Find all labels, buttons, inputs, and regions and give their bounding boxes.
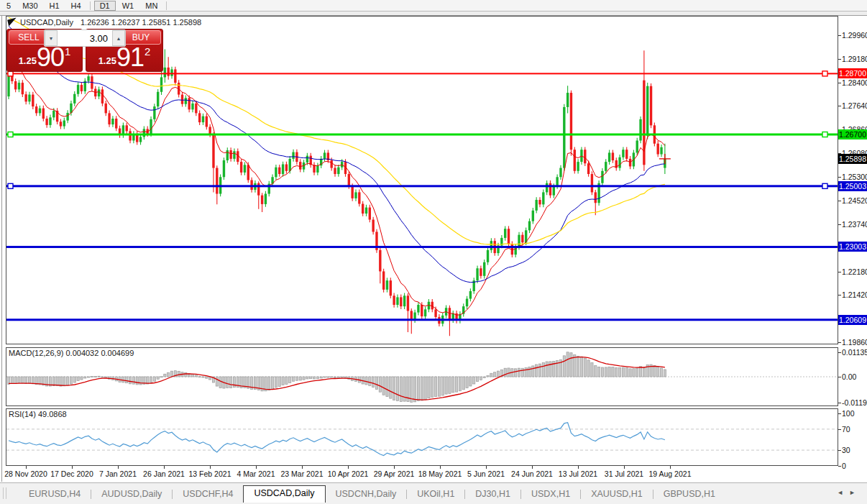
buy-price: 1.25 91 2 <box>86 45 162 69</box>
candle-up <box>556 177 558 186</box>
hline-1.25003[interactable] <box>6 185 838 187</box>
price-badge: 1.25898 <box>838 154 867 164</box>
candle-down <box>574 150 576 171</box>
macd-bar <box>337 377 339 378</box>
date-axis[interactable]: 28 Nov 202017 Dec 20207 Jan 202126 Jan 2… <box>6 466 838 482</box>
date-tick <box>624 466 625 469</box>
macd-bar <box>94 377 96 377</box>
macd-bar <box>14 377 17 383</box>
macd-bar <box>653 365 656 377</box>
volume-input[interactable] <box>58 30 112 46</box>
hline-1.20609[interactable] <box>6 319 838 321</box>
macd-bar <box>320 377 322 378</box>
macd-bar <box>532 366 534 377</box>
hline-handle[interactable] <box>822 132 827 137</box>
timeframe-button-h1[interactable]: H1 <box>45 1 65 11</box>
hline-1.267[interactable] <box>6 134 838 136</box>
candle-down <box>629 159 631 167</box>
chart-tab-usdcad[interactable]: USDCAD,Daily <box>243 485 325 503</box>
candle-up <box>417 305 419 313</box>
rsi-pane[interactable] <box>6 408 838 466</box>
chart-tab-dj30[interactable]: DJ30,H1 <box>465 486 520 503</box>
candle-up <box>63 121 65 127</box>
candle-down <box>595 192 597 203</box>
candle-down <box>521 235 523 243</box>
sell-price-big: 90 <box>37 46 64 69</box>
macd-bar <box>466 377 468 388</box>
macd-bar <box>417 377 419 401</box>
candle-up <box>660 147 662 155</box>
macd-bar <box>473 377 475 384</box>
macd-scale-tick <box>838 377 841 377</box>
chart-tab-usdchf[interactable]: USDCHF,H4 <box>173 486 243 503</box>
date-tick <box>440 466 441 469</box>
macd-bar <box>150 377 152 383</box>
chart-tab-usdx[interactable]: USDX,H1 <box>521 486 580 503</box>
macd-bar <box>331 377 333 377</box>
timeframe-button-w1[interactable]: W1 <box>117 1 139 11</box>
candle-down <box>129 131 131 140</box>
candle-down <box>549 183 551 196</box>
macd-label: MACD(12,26,9) 0.004032 0.004699 <box>9 349 134 357</box>
timeframe-button-5[interactable]: 5 <box>1 1 16 11</box>
chart-tab-eurusd[interactable]: EURUSD,H4 <box>19 486 91 503</box>
buy-button[interactable]: BUY <box>121 30 161 45</box>
tab-prev-icon[interactable]: ◄ <box>837 489 849 496</box>
hline-handle[interactable] <box>822 71 827 76</box>
candle-up <box>191 104 193 109</box>
date-tick <box>256 466 257 469</box>
candle-up <box>28 95 30 102</box>
rsi-scale-label: 70 <box>842 425 850 434</box>
candle-up <box>601 171 603 183</box>
timeframe-button-mn[interactable]: MN <box>140 1 162 11</box>
price-badge: 1.25003 <box>838 181 867 191</box>
macd-bar <box>629 369 631 377</box>
timeframe-button-m30[interactable]: M30 <box>17 1 42 11</box>
candle-up <box>476 268 478 280</box>
volume-decrease-button[interactable]: ▼ <box>45 30 58 46</box>
chart-tab-usdcnh[interactable]: USDCNH,Daily <box>326 486 407 503</box>
macd-bar <box>577 356 579 377</box>
macd-bar <box>191 375 193 377</box>
hline-handle[interactable] <box>8 183 13 188</box>
volume-increase-button[interactable]: ▲ <box>112 30 125 46</box>
candle-up <box>546 183 548 193</box>
macd-bar <box>77 377 79 381</box>
macd-scale-label: 0.01135 <box>842 348 867 357</box>
macd-bar <box>170 371 173 377</box>
sell-button[interactable]: SELL <box>9 30 49 45</box>
toolbar-separator <box>90 1 91 10</box>
hline-1.287[interactable] <box>6 73 838 74</box>
chart-tab-audusd[interactable]: AUDUSD,Daily <box>91 486 172 503</box>
price-tick <box>838 83 841 83</box>
macd-bar <box>178 371 180 377</box>
chart-tab-gbpusd[interactable]: GBPUSD,H1 <box>653 486 725 503</box>
chart-tab-xauusd[interactable]: XAUUSD,H1 <box>581 486 653 503</box>
chart-tab-ukoil[interactable]: UKOil,H1 <box>407 486 464 503</box>
hline-1.23003[interactable] <box>6 246 838 248</box>
macd-scale-tick <box>838 403 841 403</box>
hline-handle[interactable] <box>8 132 13 137</box>
date-label: 26 Jan 2021 <box>143 469 185 478</box>
price-scale[interactable]: 1.299601.291801.284001.276401.268601.260… <box>838 16 867 482</box>
candle-up <box>111 119 114 124</box>
timeframe-button-d1[interactable]: D1 <box>94 1 116 11</box>
macd-bar <box>132 377 134 384</box>
candle-down <box>382 271 385 289</box>
date-label: 31 Jul 2021 <box>605 469 643 478</box>
tab-scroll-arrows[interactable]: ◄► <box>837 489 861 496</box>
macd-bar <box>129 377 131 384</box>
buy-price-prefix: 1.25 <box>98 55 116 66</box>
date-label: 24 Jun 2021 <box>511 469 553 478</box>
candle-down <box>32 95 34 107</box>
timeframe-button-h4[interactable]: H4 <box>66 1 86 11</box>
toolbar-divider <box>0 11 867 16</box>
hline-handle[interactable] <box>822 183 827 188</box>
macd-bar <box>490 373 492 377</box>
price-badge: 1.23003 <box>838 242 867 252</box>
candle-up <box>87 76 89 81</box>
candle-up <box>618 157 620 168</box>
tab-next-icon[interactable]: ► <box>849 489 861 496</box>
candle-up <box>289 159 291 171</box>
date-label: 7 Jan 2021 <box>99 469 137 478</box>
